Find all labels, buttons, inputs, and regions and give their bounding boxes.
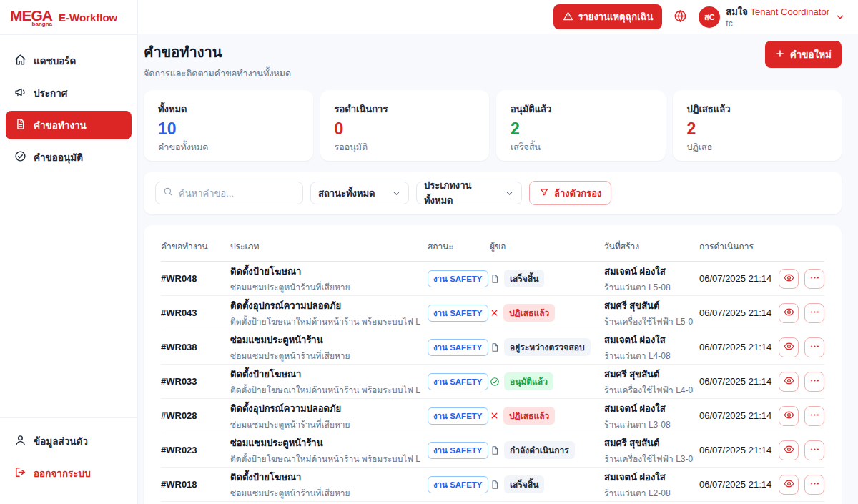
col-header-requester: ผู้ขอ	[490, 239, 604, 253]
requester-shop: ร้านแว่นตา L2-08	[604, 486, 694, 500]
type-filter-select[interactable]: ประเภทงานทั้งหมด	[416, 182, 522, 204]
status-cell: เสร็จสิ้น	[490, 270, 604, 287]
stat-title: ปฏิเสธแล้ว	[687, 102, 828, 117]
chevron-down-icon	[835, 12, 845, 22]
new-request-button[interactable]: คำขอใหม่	[765, 41, 842, 68]
language-button[interactable]	[674, 9, 687, 25]
request-id: #WR028	[161, 410, 230, 421]
stat-value: 10	[158, 119, 299, 139]
created-date: 06/07/2025 21:14	[699, 479, 778, 490]
view-button[interactable]	[779, 440, 799, 460]
more-actions-button[interactable]	[804, 475, 824, 495]
logo-sub-text: bangna	[32, 21, 52, 27]
sidebar-item-approval-requests[interactable]: คำขออนุมัติ	[6, 143, 132, 172]
sidebar-item-dashboard[interactable]: แดชบอร์ด	[6, 46, 132, 75]
created-date: 06/07/2025 21:14	[699, 410, 778, 421]
table-row: #WR023 ซ่อมแซมประตูหน้าร้าน ติดตั้งป้ายโ…	[161, 433, 824, 468]
brand-logo: MEGA bangna E-Workflow	[0, 0, 137, 35]
eye-icon	[784, 341, 794, 354]
stat-value: 2	[687, 119, 828, 139]
request-id: #WR018	[161, 479, 230, 490]
request-id: #WR043	[161, 307, 230, 318]
clear-filters-button[interactable]: ล้างตัวกรอง	[529, 181, 611, 205]
eye-icon	[784, 444, 794, 457]
request-type-title: ซ่อมแซมประตูหน้าร้าน	[230, 332, 420, 347]
job-category-badge: งาน SAFETY	[428, 305, 488, 322]
request-id: #WR033	[161, 376, 230, 387]
status-cell: กำลังดำเนินการ	[490, 441, 604, 459]
view-button[interactable]	[779, 372, 799, 392]
view-button[interactable]	[779, 337, 799, 357]
clear-filters-label: ล้างตัวกรอง	[554, 186, 601, 201]
created-date: 06/07/2025 21:14	[699, 376, 778, 387]
sidebar-item-label: คำขออนุมัติ	[34, 149, 83, 165]
search-input[interactable]	[179, 188, 295, 199]
view-button[interactable]	[779, 406, 799, 426]
job-category-badge: งาน SAFETY	[428, 270, 488, 287]
page-subtitle: จัดการและติดตามคำขอทำงานทั้งหมด	[144, 66, 291, 81]
table-row: #WR028 ติดตั้งอุปกรณ์ความปลอดภัย ซ่อมแซม…	[161, 399, 824, 433]
ellipsis-icon	[809, 272, 820, 285]
chevron-down-icon	[505, 189, 514, 198]
more-actions-button[interactable]	[804, 440, 824, 460]
status-badge: เสร็จสิ้น	[504, 270, 544, 287]
more-actions-button[interactable]	[804, 269, 824, 289]
ellipsis-icon	[809, 341, 820, 354]
table-row: #WR018 ติดตั้งป้ายโฆษณา ซ่อมแซมประตูหน้า…	[161, 468, 824, 502]
status-badge: กำลังดำเนินการ	[504, 441, 575, 459]
page-content: คำขอทำงาน จัดการและติดตามคำขอทำงานทั้งหม…	[138, 34, 858, 504]
request-type-subtitle: ซ่อมแซมประตูหน้าร้านที่เสียหาย	[230, 486, 420, 500]
sidebar-item-label: ข้อมูลส่วนตัว	[34, 433, 88, 449]
stats-row: ทั้งหมด 10 คำขอทั้งหมด รอดำเนินการ 0 รออ…	[144, 90, 842, 161]
sidebar-item-logout[interactable]: ออกจากระบบ	[6, 459, 132, 488]
table-row: #WR033 ติดตั้งป้ายโฆษณา ติดตั้งป้ายโฆษณา…	[161, 365, 824, 399]
sidebar-item-work-requests[interactable]: คำขอทำงาน	[6, 111, 132, 139]
user-menu[interactable]: สC สมใจ Tenant Coordinator tc	[699, 4, 845, 29]
user-icon	[14, 434, 26, 448]
more-actions-button[interactable]	[804, 372, 824, 392]
home-icon	[14, 54, 26, 68]
sidebar-nav: แดชบอร์ด ประกาศ คำขอทำงาน คำขออนุมัติ	[0, 35, 137, 175]
user-name: สมใจ	[726, 6, 747, 17]
ellipsis-icon	[809, 478, 820, 491]
view-button[interactable]	[779, 475, 799, 495]
eye-icon	[784, 410, 794, 423]
more-actions-button[interactable]	[804, 406, 824, 426]
more-actions-button[interactable]	[804, 337, 824, 357]
x-icon	[490, 308, 499, 317]
requester-shop: ร้านเครื่องใช้ไฟฟ้า L3-03	[604, 452, 694, 465]
x-icon	[490, 411, 499, 420]
col-header-status: สถานะ	[428, 239, 490, 253]
created-date: 06/07/2025 21:14	[699, 307, 778, 318]
sidebar-item-label: คำขอทำงาน	[34, 117, 87, 133]
topbar: รายงานเหตุฉุกเฉิน สC สมใจ Tenant Coordin…	[138, 0, 858, 34]
file-icon	[490, 274, 500, 284]
new-request-label: คำขอใหม่	[790, 46, 832, 62]
sidebar-footer: ข้อมูลส่วนตัว ออกจากระบบ	[0, 417, 137, 504]
warning-icon	[563, 11, 573, 24]
status-filter-select[interactable]: สถานะทั้งหมด	[310, 182, 409, 204]
request-type-title: ติดตั้งป้ายโฆษณา	[230, 264, 420, 279]
report-emergency-button[interactable]: รายงานเหตุฉุกเฉิน	[553, 4, 663, 29]
job-category-badge: งาน SAFETY	[428, 373, 488, 390]
stat-value: 0	[335, 119, 475, 139]
requester-name: สมเจตน์ ผ่องใส	[604, 401, 694, 416]
view-button[interactable]	[779, 303, 799, 323]
requester-name: สมศรี สุขสันต์	[604, 435, 694, 450]
eye-icon	[784, 307, 794, 320]
request-id: #WR023	[161, 445, 230, 455]
request-type-subtitle: ติดตั้งป้ายโฆษณาใหม่ด้านหน้าร้าน พร้อมระ…	[230, 452, 420, 465]
logout-icon	[14, 466, 26, 480]
requester-shop: ร้านเครื่องใช้ไฟฟ้า L4-03	[604, 383, 694, 397]
request-type-title: ติดตั้งอุปกรณ์ความปลอดภัย	[230, 298, 420, 313]
request-type-title: ติดตั้งอุปกรณ์ความปลอดภัย	[230, 401, 420, 416]
status-cell: เสร็จสิ้น	[490, 475, 604, 493]
user-role: Tenant Coordinator	[750, 6, 829, 17]
sidebar-item-profile[interactable]: ข้อมูลส่วนตัว	[6, 427, 132, 455]
check-circle-icon	[490, 377, 500, 387]
requester-name: สมเจตน์ ผ่องใส	[604, 470, 694, 485]
view-button[interactable]	[779, 269, 799, 289]
sidebar-item-announcements[interactable]: ประกาศ	[6, 79, 132, 107]
more-actions-button[interactable]	[804, 303, 824, 323]
request-id: #WR038	[161, 342, 230, 352]
